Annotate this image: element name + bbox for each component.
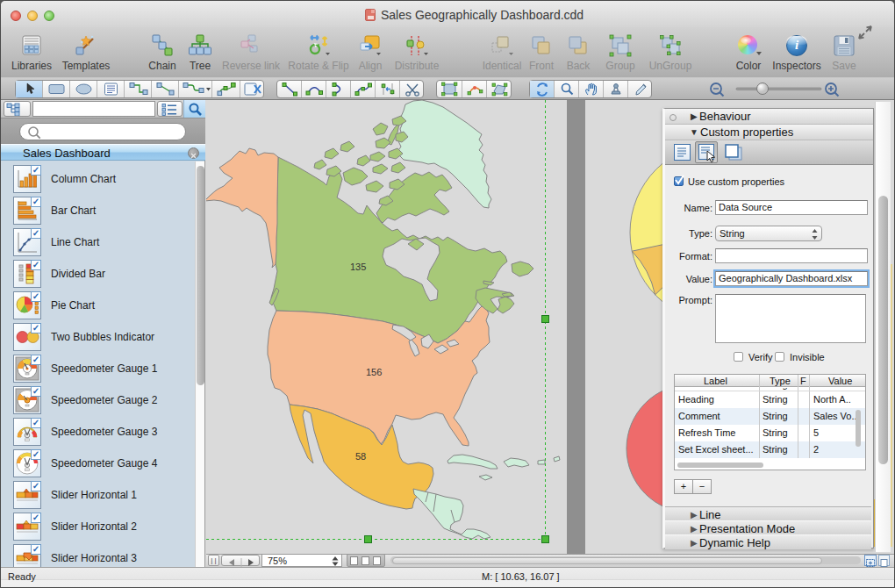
svg-text:156: 156 — [366, 367, 382, 377]
svg-text:58: 58 — [355, 451, 366, 462]
svg-text:135: 135 — [350, 262, 366, 272]
